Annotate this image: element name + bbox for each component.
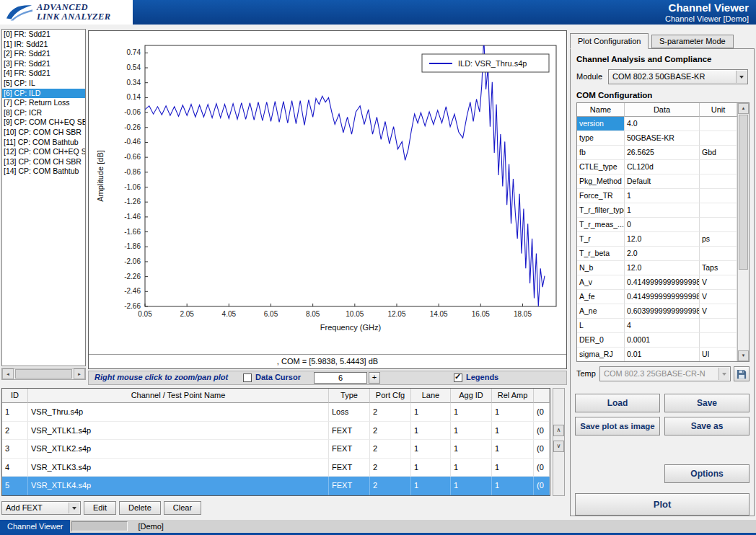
- com-param-value[interactable]: 0.4149999999999998: [625, 275, 700, 290]
- signal-list-item[interactable]: [3] FR: Sdd21: [2, 59, 85, 69]
- com-table-row[interactable]: sigma_RJ0.01UI: [577, 348, 737, 362]
- signal-list-item[interactable]: [1] IR: Sdd21: [2, 40, 85, 50]
- plot-frame[interactable]: [145, 45, 556, 306]
- channel-table-scrollbar[interactable]: ∧ ∨: [553, 388, 565, 496]
- com-table-row[interactable]: DER_00.0001: [577, 333, 737, 348]
- increment-button[interactable]: +: [369, 372, 380, 384]
- com-table-row[interactable]: T_r_beta2.0: [577, 247, 737, 261]
- scroll-down-icon[interactable]: ▼: [738, 350, 749, 361]
- com-table-row[interactable]: A_v0.4149999999999998V: [577, 275, 737, 290]
- signal-list-item[interactable]: [14] CP: COM Bathtub: [2, 167, 85, 177]
- com-param-value[interactable]: 1: [625, 189, 700, 203]
- scroll-right-icon[interactable]: ►: [74, 368, 85, 379]
- scroll-up-icon[interactable]: ▲: [738, 103, 749, 114]
- signal-list-item[interactable]: [7] CP: Return Loss: [2, 98, 85, 108]
- com-param-value[interactable]: 1: [625, 203, 700, 218]
- plot-button[interactable]: Plot: [575, 493, 750, 516]
- channel-table-row[interactable]: 4VSR_XTLK3.s4pFEXT2111(0: [2, 459, 550, 477]
- com-param-value[interactable]: 2.0: [625, 247, 700, 261]
- module-dropdown[interactable]: COM 802.3 50GBASE-KR: [608, 69, 748, 84]
- channel-table-row[interactable]: 3VSR_XTLK2.s4pFEXT2111(0: [2, 440, 550, 459]
- com-table-header-cell[interactable]: Name: [577, 103, 625, 117]
- channel-table-header-cell[interactable]: [534, 389, 550, 403]
- channel-table-header-cell[interactable]: Channel / Test Point Name: [28, 389, 329, 403]
- options-button[interactable]: Options: [664, 464, 750, 483]
- channel-table-header-cell[interactable]: ID: [2, 389, 28, 403]
- com-param-value[interactable]: 0: [625, 218, 700, 232]
- save-template-button[interactable]: [734, 366, 750, 381]
- channel-table-header-cell[interactable]: Lane: [411, 389, 451, 403]
- vscroll-thumb[interactable]: [739, 115, 748, 270]
- com-table-row[interactable]: L4: [577, 319, 737, 333]
- channel-table-header-cell[interactable]: Rel Amp: [492, 389, 534, 403]
- com-table-header-cell[interactable]: Unit: [700, 103, 737, 117]
- com-param-value[interactable]: 0.01: [625, 348, 700, 362]
- com-table-row[interactable]: T_r12.0ps: [577, 232, 737, 247]
- signal-list-item[interactable]: [8] CP: ICR: [2, 108, 85, 118]
- signal-list-item[interactable]: [4] FR: Sdd21: [2, 68, 85, 79]
- com-param-name: T_r_meas_...: [577, 218, 625, 232]
- channel-table-row[interactable]: 2VSR_XTLK1.s4pFEXT2111(0: [2, 422, 550, 441]
- data-cursor-checkbox[interactable]: [243, 373, 252, 382]
- hscroll-track[interactable]: [14, 368, 74, 379]
- signal-list-hscrollbar[interactable]: ◄ ►: [1, 368, 86, 380]
- com-table-row[interactable]: A_fe0.4149999999999998V: [577, 290, 737, 304]
- signal-list-item[interactable]: [2] FR: Sdd21: [2, 49, 85, 59]
- signal-list-item[interactable]: [11] CP: COM Bathtub: [2, 138, 85, 148]
- signal-list-item[interactable]: [12] CP: COM CH+EQ S: [2, 147, 85, 157]
- signal-list-item[interactable]: [0] FR: Sdd21: [2, 30, 85, 40]
- tab-s-parameter-mode[interactable]: S-parameter Mode: [651, 35, 734, 48]
- com-param-value[interactable]: 4.0: [625, 117, 700, 131]
- save-button[interactable]: Save: [664, 394, 750, 412]
- load-button[interactable]: Load: [575, 394, 660, 412]
- save-plot-as-image-button[interactable]: Save plot as image: [575, 417, 660, 435]
- com-table-row[interactable]: type50GBASE-KR: [577, 131, 737, 146]
- com-param-value[interactable]: 4: [625, 319, 700, 333]
- channel-table-header-cell[interactable]: Type: [329, 389, 370, 403]
- signal-list-item[interactable]: [5] CP: IL: [2, 79, 85, 89]
- com-table-row[interactable]: N_b12.0Taps: [577, 261, 737, 275]
- scroll-up-button[interactable]: ∧: [553, 425, 564, 436]
- channel-table-header-cell[interactable]: Port Cfg: [370, 389, 411, 403]
- tab-plot-configuration[interactable]: Plot Configuration: [570, 33, 649, 49]
- hscroll-thumb[interactable]: [15, 369, 72, 379]
- signal-list-item[interactable]: [10] CP: COM CH SBR: [2, 128, 85, 138]
- com-param-value[interactable]: 50GBASE-KR: [625, 131, 700, 146]
- save-as-button[interactable]: Save as: [664, 417, 750, 435]
- com-param-value[interactable]: CL120d: [625, 160, 700, 174]
- cursor-count-input[interactable]: [314, 372, 367, 384]
- com-param-value[interactable]: 0.0001: [625, 333, 700, 348]
- com-table-row[interactable]: CTLE_typeCL120d: [577, 160, 737, 174]
- com-table-row[interactable]: version4.0: [577, 117, 737, 131]
- com-param-value[interactable]: Default: [625, 174, 700, 189]
- com-table-row[interactable]: fb26.5625Gbd: [577, 146, 737, 160]
- add-fext-dropdown[interactable]: Add FEXT: [1, 501, 81, 515]
- scroll-left-icon[interactable]: ◄: [2, 368, 14, 379]
- com-table-header-cell[interactable]: Data: [625, 103, 700, 117]
- com-table-row[interactable]: T_r_meas_...0: [577, 218, 737, 232]
- signal-list-item[interactable]: [13] CP: COM CH SBR: [2, 157, 85, 167]
- ild-chart[interactable]: 0.740.540.340.14-0.06-0.26-0.46-0.66-0.8…: [89, 31, 566, 354]
- com-table-row[interactable]: T_r_filter_type1: [577, 203, 737, 218]
- com-param-value[interactable]: 12.0: [625, 232, 700, 247]
- channel-table-header-cell[interactable]: Agg ID: [451, 389, 492, 403]
- com-param-value[interactable]: 0.6039999999999998: [625, 304, 700, 319]
- com-table-row[interactable]: A_ne0.6039999999999998V: [577, 304, 737, 319]
- delete-button[interactable]: Delete: [119, 501, 161, 515]
- com-table-scrollbar[interactable]: ▲ ▼: [737, 103, 749, 361]
- status-tab-channel-viewer[interactable]: Channel Viewer: [0, 520, 70, 533]
- com-table-row[interactable]: Pkg_MethodDefault: [577, 174, 737, 189]
- signal-list-item[interactable]: [6] CP: ILD: [2, 89, 85, 99]
- com-param-value[interactable]: 0.4149999999999998: [625, 290, 700, 304]
- clear-button[interactable]: Clear: [164, 501, 201, 515]
- edit-button[interactable]: Edit: [84, 501, 116, 515]
- com-param-value[interactable]: 12.0: [625, 261, 700, 275]
- channel-table-row[interactable]: 1VSR_Thru.s4pLoss2111(0: [2, 403, 550, 422]
- scroll-down-button[interactable]: ∨: [553, 441, 564, 452]
- signal-list-item[interactable]: [9] CP: COM CH+EQ SB: [2, 118, 85, 128]
- com-param-value[interactable]: 26.5625: [625, 146, 700, 160]
- channel-table-row[interactable]: 5VSR_XTLK4.s4pFEXT2111(0: [2, 477, 550, 495]
- legends-checkbox[interactable]: ✓: [454, 373, 462, 382]
- channel-table-cell: 1: [411, 440, 451, 459]
- com-table-row[interactable]: Force_TR1: [577, 189, 737, 203]
